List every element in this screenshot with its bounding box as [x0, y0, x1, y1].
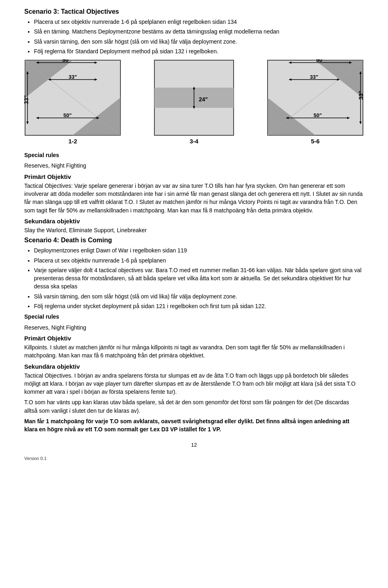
diagram-3-4-svg: 24" [154, 59, 234, 136]
bold-paragraph: Man får 1 matchpoäng för varje T.O som a… [24, 417, 364, 434]
svg-text:24": 24" [199, 96, 208, 103]
diagram-1-2-label: 1-2 [68, 138, 77, 145]
scenario4-bullet-4: Slå varsin tärning, den som slår högst (… [34, 292, 364, 300]
primary-objective2-text: Killpoints. I slutet av matchen jämför n… [24, 343, 364, 360]
scenario4-title: Scenario 4: Death is Coming [24, 237, 364, 244]
special-rules2-value: Reserves, Night Fighting [24, 323, 364, 332]
scenario3-bullet-1: Placera ut sex objektiv numrerade 1-6 på… [34, 18, 364, 26]
svg-text:50": 50" [62, 59, 71, 63]
scenario4-bullet-3: Varje spelare väljer dolt 4 tactical obj… [34, 266, 364, 291]
svg-text:50": 50" [316, 59, 325, 63]
page-number: 12 [24, 442, 364, 448]
diagram-3-4: 24" 3-4 [154, 59, 234, 145]
secondary-objective2-label: Sekundära objektiv [24, 363, 364, 370]
diagram-1-2: 50" 33" 33" 50" 1-2 [24, 59, 121, 145]
primary-objective2-label: Primärt Objektiv [24, 335, 364, 342]
secondary-objective-label: Sekundära objektiv [24, 218, 364, 225]
svg-text:50": 50" [314, 112, 322, 118]
svg-text:33": 33" [310, 74, 318, 80]
diagram-3-4-label: 3-4 [190, 138, 198, 145]
secondary-objective-value: Slay the Warlord, Eliminate Support, Lin… [24, 226, 364, 234]
scenario3-bullet-3: Slå varsin tärning, den som slår högst (… [34, 38, 364, 46]
diagram-5-6: 50" 33" 33" 50" 5-6 [267, 59, 364, 145]
deployment-diagrams: 50" 33" 33" 50" 1-2 [24, 59, 364, 145]
scenario3-bullet-4: Följ reglerna för Standard Deployment me… [34, 47, 364, 55]
special-rules2-label: Special rules [24, 313, 364, 321]
scenario3-bullet-list: Placera ut sex objektiv numrerade 1-6 på… [34, 18, 364, 55]
primary-objective-text: Tactical Objectives: Varje spelare gener… [24, 182, 364, 214]
svg-text:33": 33" [358, 91, 364, 100]
diagram-5-6-label: 5-6 [311, 138, 320, 145]
scenario4-bullet-2: Placera ut sex objektiv numrerade 1-6 på… [34, 256, 364, 265]
scenario4-bullet-5: Följ reglerna under stycket deployment p… [34, 302, 364, 310]
diagram-5-6-svg: 50" 33" 33" 50" [267, 59, 364, 136]
version: Version 0.1 [24, 456, 364, 461]
special-rules-label: Special rules [24, 151, 364, 159]
svg-text:33": 33" [69, 74, 77, 80]
scenario4-bullet-list: Deploymentzones enligt Dawn of War i reg… [34, 246, 364, 310]
scenario3-bullet-2: Slå en tärning. Matchens Deploymentzone … [34, 27, 364, 36]
diagram-1-2-svg: 50" 33" 33" 50" [24, 59, 121, 136]
scenario3-title: Scenario 3: Tactical Objectives [24, 8, 364, 15]
special-rules-value: Reserves, Night Fighting [24, 162, 364, 170]
secondary-objective2-text2: T.O som har vänts upp kan klaras utav bå… [24, 398, 364, 415]
scenario4-bullet-1: Deploymentzones enligt Dawn of War i reg… [34, 246, 364, 254]
secondary-objective2-text: Tactical Objectives. I början av andra s… [24, 372, 364, 396]
svg-text:33": 33" [24, 95, 30, 104]
svg-text:50": 50" [63, 112, 72, 118]
primary-objective-label: Primärt Objektiv [24, 173, 364, 180]
